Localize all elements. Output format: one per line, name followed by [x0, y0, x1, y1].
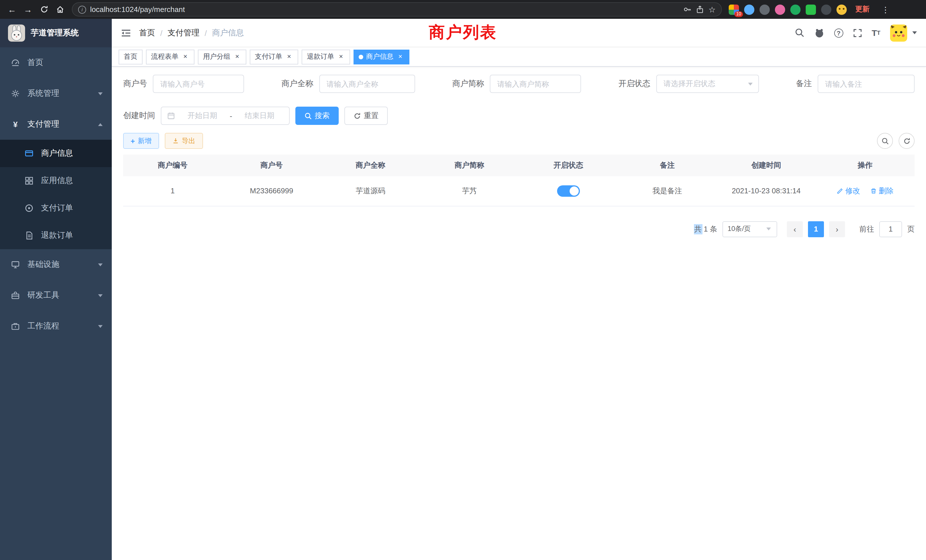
prev-page-button[interactable]: ‹: [787, 221, 803, 237]
goto-label: 前往: [859, 224, 874, 234]
sidebar-item-label: 基础设施: [27, 259, 59, 270]
full-name-input[interactable]: [319, 75, 415, 93]
address-bar[interactable]: i localhost:1024/pay/merchant ☆: [72, 2, 722, 17]
extensions-area: 10 更新 ⋮: [726, 2, 895, 17]
extension-icon[interactable]: [790, 4, 800, 15]
browser-update-button[interactable]: 更新: [852, 3, 873, 16]
close-icon[interactable]: ×: [285, 53, 293, 61]
pay-order-icon: [24, 204, 34, 213]
font-size-icon[interactable]: TT: [872, 28, 881, 38]
add-button[interactable]: + 新增: [123, 133, 159, 149]
close-icon[interactable]: ×: [233, 53, 241, 61]
column-header: 商户编号: [123, 154, 222, 176]
browser-back-button[interactable]: ←: [5, 2, 20, 17]
merchant-no-label: 商户号: [123, 79, 147, 89]
search-button[interactable]: 搜索: [295, 107, 339, 125]
date-separator: -: [230, 112, 232, 120]
sidebar-item-refund-order[interactable]: 退款订单: [0, 222, 112, 249]
goto-page-input[interactable]: [879, 221, 902, 237]
table-header-row: 商户编号 商户号 商户全称 商户简称 开启状态 备注 创建时间 操作: [123, 154, 915, 176]
extensions-icon[interactable]: 10: [729, 4, 739, 15]
site-info-icon[interactable]: i: [78, 5, 86, 14]
page-content: 商户号 商户全称 商户简称 开启状态 请选择开启状态: [112, 67, 926, 560]
table-row: 1 M233666999 芋道源码 芋艿 我是备注 2021-10-23 08:…: [123, 176, 915, 206]
sidebar-item-dev-tools[interactable]: 研发工具: [0, 280, 112, 311]
tab-refund-order[interactable]: 退款订单 ×: [302, 49, 350, 64]
tab-user-group[interactable]: 用户分组 ×: [198, 49, 246, 64]
page-size-select[interactable]: 10条/页: [722, 221, 777, 237]
tab-process-form[interactable]: 流程表单 ×: [146, 49, 194, 64]
tab-home[interactable]: 首页: [119, 49, 142, 64]
start-date-placeholder: 开始日期: [179, 110, 226, 121]
payment-submenu: 商户信息 应用信息 支付订单: [0, 140, 112, 249]
gear-icon: [10, 89, 21, 98]
browser-reload-button[interactable]: [36, 2, 51, 17]
refresh-table-button[interactable]: [899, 133, 915, 149]
merchant-no-input[interactable]: [153, 75, 244, 93]
caret-down-icon[interactable]: [912, 31, 917, 34]
breadcrumb-payment[interactable]: 支付管理: [168, 28, 200, 38]
sidebar-item-app-info[interactable]: 应用信息: [0, 167, 112, 194]
breadcrumb-home[interactable]: 首页: [139, 28, 155, 38]
fullscreen-icon[interactable]: [853, 28, 862, 37]
sidebar-item-pay-order[interactable]: 支付订单: [0, 194, 112, 222]
sidebar-item-infrastructure[interactable]: 基础设施: [0, 249, 112, 280]
status-select[interactable]: 请选择开启状态: [656, 75, 759, 93]
sidebar-item-merchant-info[interactable]: 商户信息: [0, 140, 112, 167]
navbar: 首页 / 支付管理 / 商户信息 ?: [112, 19, 926, 47]
browser-forward-button[interactable]: →: [21, 2, 35, 17]
app-logo[interactable]: 芋道管理系统: [0, 19, 112, 47]
short-name-label: 商户简称: [452, 79, 484, 89]
tab-pay-order[interactable]: 支付订单 ×: [250, 49, 298, 64]
github-icon[interactable]: [814, 28, 824, 38]
credit-card-icon: [24, 149, 34, 158]
delete-link[interactable]: 删除: [870, 186, 894, 196]
extension-icon[interactable]: [821, 4, 831, 15]
search-icon[interactable]: [794, 28, 804, 38]
page-1-button[interactable]: 1: [808, 221, 824, 237]
sidebar-item-label: 应用信息: [41, 176, 73, 186]
close-icon[interactable]: ×: [337, 53, 345, 61]
reset-button[interactable]: 重置: [344, 107, 388, 125]
extension-icon[interactable]: [760, 4, 770, 15]
sidebar-item-system[interactable]: 系统管理: [0, 78, 112, 109]
sidebar-toggle-button[interactable]: [121, 28, 131, 37]
status-select-placeholder: 请选择开启状态: [663, 79, 715, 89]
extension-icon[interactable]: [744, 4, 754, 15]
filter-row-2: 创建时间 开始日期 - 结束日期 搜索: [123, 107, 915, 125]
close-icon[interactable]: ×: [181, 53, 189, 61]
screen: ← → i localhost:1024/pay/merchant ☆ 10: [0, 0, 926, 560]
extension-face-detail: [839, 8, 840, 9]
sidebar-item-payment[interactable]: ¥ 支付管理: [0, 109, 112, 140]
browser-menu-icon[interactable]: ⋮: [878, 2, 893, 17]
edit-link[interactable]: 修改: [837, 186, 860, 196]
extension-icon[interactable]: [775, 4, 785, 15]
merchant-table: 商户编号 商户号 商户全称 商户简称 开启状态 备注 创建时间 操作 1: [123, 154, 915, 206]
column-header: 商户全称: [321, 154, 420, 176]
short-name-input[interactable]: [490, 75, 581, 93]
extension-icon[interactable]: [837, 4, 847, 15]
user-avatar[interactable]: [890, 24, 907, 41]
status-label: 开启状态: [618, 79, 650, 89]
tab-merchant-info[interactable]: 商户信息 ×: [354, 49, 409, 64]
share-icon[interactable]: [696, 5, 705, 14]
status-toggle[interactable]: [557, 185, 580, 197]
export-button[interactable]: 导出: [165, 133, 203, 149]
plus-icon: +: [130, 136, 135, 145]
bookmark-star-icon[interactable]: ☆: [708, 5, 716, 14]
password-key-icon[interactable]: [683, 5, 692, 14]
toggle-search-button[interactable]: [877, 133, 893, 149]
tab-label: 首页: [124, 52, 138, 62]
sidebar-item-workflow[interactable]: 工作流程: [0, 311, 112, 342]
sidebar-item-home[interactable]: 首页: [0, 47, 112, 78]
chevron-down-icon: [98, 325, 103, 328]
create-time-range-picker[interactable]: 开始日期 - 结束日期: [161, 107, 290, 125]
next-page-button[interactable]: ›: [829, 221, 845, 237]
grid-icon: [24, 176, 34, 185]
browser-home-button[interactable]: [53, 2, 67, 17]
close-icon[interactable]: ×: [396, 53, 404, 61]
extension-icon[interactable]: [806, 4, 816, 15]
url-text: localhost:1024/pay/merchant: [90, 5, 185, 14]
help-icon[interactable]: ?: [834, 28, 843, 37]
remark-input[interactable]: [818, 75, 915, 93]
